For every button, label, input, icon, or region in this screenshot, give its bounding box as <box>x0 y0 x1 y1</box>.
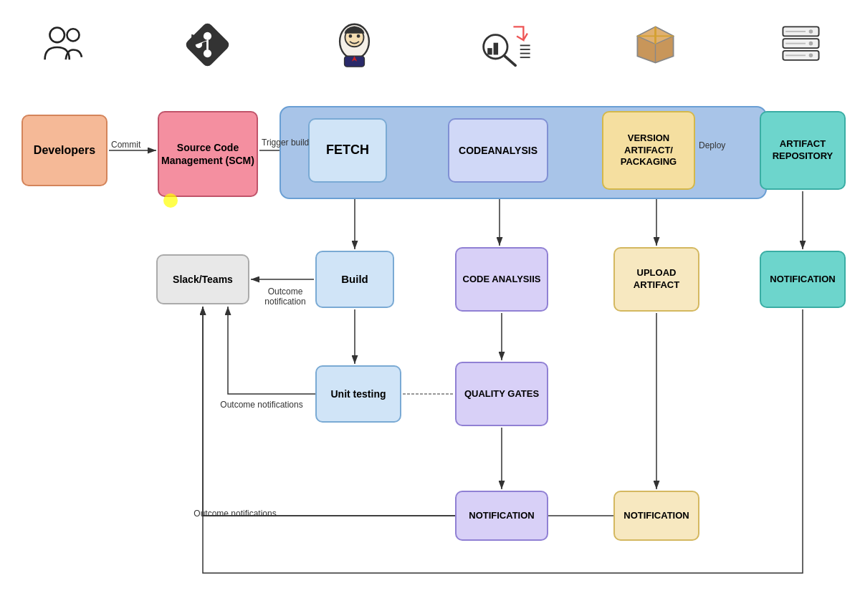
codeanalysis-pipeline-label: CODEANALYSIS <box>459 144 538 157</box>
svg-rect-31 <box>494 43 499 55</box>
svg-rect-30 <box>487 48 492 54</box>
notification-code-label: NOTIFICATION <box>469 510 534 522</box>
quality-gates-box: QUALITY GATES <box>455 362 548 426</box>
svg-point-26 <box>357 34 360 38</box>
icon-developers <box>39 21 90 64</box>
icon-jenkins <box>331 21 378 68</box>
developers-box: Developers <box>22 115 108 186</box>
upload-artifact-box: UPLOAD ARTIFACT <box>613 247 699 312</box>
version-label: VERSION ARTIFACT/ PACKAGING <box>603 133 694 169</box>
scm-label: Source Code Management (SCM) <box>159 141 257 167</box>
artifact-repo-label: ARTIFACT REPOSITORY <box>761 138 844 163</box>
analytics-icon <box>477 21 530 68</box>
fetch-label: FETCH <box>326 142 369 158</box>
slack-box: Slack/Teams <box>156 254 249 304</box>
slack-label: Slack/Teams <box>173 273 233 286</box>
notification-right-label: NOTIFICATION <box>770 274 835 286</box>
quality-gates-label: QUALITY GATES <box>464 388 539 400</box>
deploy-label: Deploy <box>699 140 725 150</box>
jenkins-icon <box>331 21 378 68</box>
code-analysiis-label: CODE ANALYSIIS <box>463 274 541 286</box>
outcome-notifications-1-label: Outcome notifications <box>215 400 308 410</box>
icon-analytics <box>477 21 530 68</box>
svg-line-29 <box>505 56 515 65</box>
commit-label: Commit <box>111 140 140 150</box>
people-icon <box>39 21 90 64</box>
svg-point-44 <box>809 29 813 34</box>
cursor-indicator <box>163 193 178 208</box>
notification-right-box: NOTIFICATION <box>760 251 846 308</box>
artifact-repo-box: ARTIFACT REPOSITORY <box>760 111 846 190</box>
fetch-box: FETCH <box>308 118 387 183</box>
codeanalysis-pipeline-box: CODEANALYSIS <box>448 118 548 183</box>
package-icon <box>632 21 679 68</box>
code-analysiis-box: CODE ANALYSIIS <box>455 247 548 312</box>
trigger-build-label: Trigger build <box>262 138 309 148</box>
outcome-notifications-2-label: Outcome notifications <box>188 509 282 519</box>
svg-point-17 <box>67 29 79 41</box>
notification-artifact-label: NOTIFICATION <box>624 510 689 522</box>
diagram: Developers Source Code Management (SCM) … <box>0 0 860 616</box>
svg-point-46 <box>809 54 813 58</box>
icon-package <box>632 21 679 68</box>
scm-box: Source Code Management (SCM) <box>158 111 258 197</box>
outcome-notification-label: Outcome notification <box>253 287 317 307</box>
version-box: VERSION ARTIFACT/ PACKAGING <box>602 111 695 190</box>
developers-label: Developers <box>34 143 95 158</box>
build-box: Build <box>315 251 394 308</box>
svg-point-25 <box>349 34 353 38</box>
unit-testing-box: Unit testing <box>315 365 401 423</box>
svg-point-16 <box>49 28 64 43</box>
notification-artifact-box: NOTIFICATION <box>613 491 699 541</box>
build-label: Build <box>341 272 368 287</box>
svg-point-19 <box>204 32 211 40</box>
server-icon <box>778 21 824 68</box>
icon-git <box>184 21 231 68</box>
notification-code-box: NOTIFICATION <box>455 491 548 541</box>
icon-server <box>778 21 824 68</box>
upload-artifact-label: UPLOAD ARTIFACT <box>615 267 698 292</box>
git-icon <box>184 21 231 68</box>
arrows-overlay <box>0 0 860 616</box>
svg-point-20 <box>204 49 211 57</box>
svg-point-45 <box>809 42 813 46</box>
unit-testing-label: Unit testing <box>331 388 386 400</box>
